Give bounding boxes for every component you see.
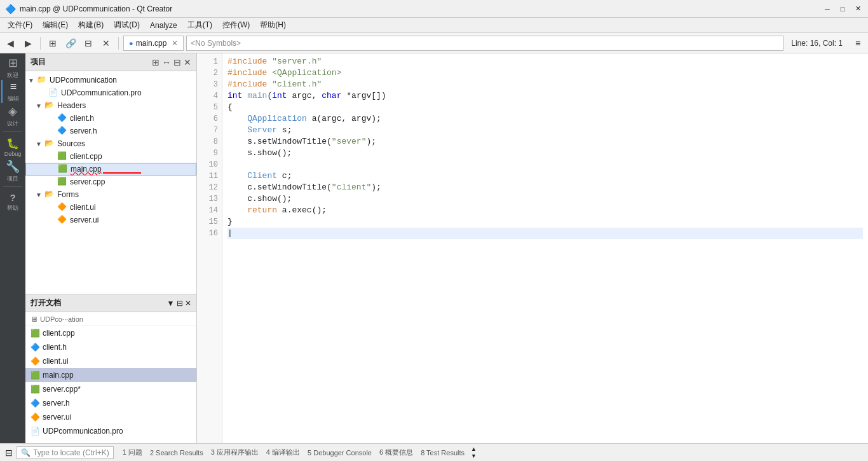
- locate-input-area[interactable]: 🔍 Type to locate (Ctrl+K): [17, 446, 114, 459]
- open-docs-close[interactable]: ✕: [185, 299, 191, 308]
- forms-folder-icon: 📂: [44, 189, 55, 200]
- main-layout: ⊞ 欢迎 ≡ 编辑 ◈ 设计 🐛 Debug 🔧 项目 ? 帮助 项目: [0, 53, 868, 443]
- line-col-info: Line: 16, Col: 1: [786, 39, 848, 48]
- sidebar-project[interactable]: 🔧 项目: [1, 160, 24, 182]
- header-file-icon: 🔷: [57, 113, 67, 123]
- tree-folder-forms[interactable]: ▼ 📂 Forms: [25, 188, 196, 201]
- sidebar-welcome[interactable]: ⊞ 欢迎: [1, 56, 24, 79]
- tab-close-icon[interactable]: ✕: [172, 39, 178, 48]
- maximize-button[interactable]: □: [837, 4, 848, 14]
- doc-icon-server-cpp: 🟩: [31, 385, 40, 394]
- minimize-button[interactable]: ─: [822, 4, 832, 14]
- doc-label-server-ui: server.ui: [43, 413, 71, 422]
- tree-file-server-ui[interactable]: 🔶 server.ui: [25, 214, 196, 226]
- open-docs-collapse[interactable]: ▼: [166, 299, 174, 308]
- status-tests[interactable]: 8 Test Results: [417, 448, 468, 458]
- tree-folder-sources[interactable]: ▼ 📂 Sources: [25, 137, 196, 150]
- split-project-button[interactable]: ⊟: [173, 57, 181, 67]
- sidebar-design[interactable]: ◈ 设计: [1, 104, 24, 127]
- menu-analyze[interactable]: Analyze: [145, 20, 182, 31]
- tree-file-client-cpp[interactable]: 🟩 client.cpp: [25, 150, 196, 163]
- status-issues[interactable]: 1 问题: [119, 446, 146, 458]
- tree-file-server-h[interactable]: 🔷 server.h: [25, 125, 196, 137]
- doc-client-cpp[interactable]: 🟩 client.cpp: [25, 326, 196, 340]
- sidebar-icons: ⊞ 欢迎 ≡ 编辑 ◈ 设计 🐛 Debug 🔧 项目 ? 帮助: [0, 53, 25, 443]
- menu-file[interactable]: 文件(F): [3, 18, 37, 32]
- status-overview[interactable]: 6 概要信息: [376, 446, 417, 458]
- doc-client-ui[interactable]: 🔶 client.ui: [25, 354, 196, 368]
- tree-file-client-ui[interactable]: 🔶 client.ui: [25, 201, 196, 214]
- back-button[interactable]: ◀: [3, 36, 18, 51]
- tree-arrow-forms: ▼: [36, 191, 44, 198]
- app-icon: 🔷 main.cpp @ UDPcommunication - Qt Creat…: [5, 4, 172, 14]
- menu-build[interactable]: 构建(B): [73, 18, 109, 32]
- project-icon: 🔧: [6, 160, 20, 174]
- open-docs-panel: 打开文档 ▼ ⊟ ✕ 🖥 UDPco···ation 🟩 client.cpp: [25, 294, 196, 443]
- split-button[interactable]: ⊟: [81, 36, 96, 51]
- sidebar-separator: [3, 131, 22, 132]
- status-search[interactable]: 2 Search Results: [146, 448, 207, 458]
- close-panel-button[interactable]: ✕: [184, 57, 191, 67]
- doc-server-cpp[interactable]: 🟩 server.cpp*: [25, 382, 196, 396]
- doc-udp-pro[interactable]: 📄 UDPcommunication.pro: [25, 424, 196, 438]
- menu-controls[interactable]: 控件(W): [217, 18, 255, 32]
- tree-file-main-cpp[interactable]: 🟩 main.cpp: [25, 163, 196, 175]
- debug-icon: 🐛: [6, 137, 19, 149]
- project-panel-buttons: ⊞ ↔ ⊟ ✕: [152, 57, 191, 67]
- line-numbers: 12345 678910 1112131415 16: [197, 53, 222, 443]
- symbols-dropdown[interactable]: <No Symbols>: [186, 36, 783, 51]
- welcome-icon: ⊞: [8, 56, 18, 70]
- status-appoutput[interactable]: 3 应用程序输出: [207, 446, 262, 458]
- doc-label-client-ui: client.ui: [43, 357, 69, 366]
- design-label: 设计: [7, 120, 18, 128]
- tab-label: main.cpp: [136, 39, 167, 48]
- file-tab-main-cpp[interactable]: ● main.cpp ✕: [123, 36, 184, 51]
- titlebar: 🔷 main.cpp @ UDPcommunication - Qt Creat…: [0, 0, 868, 18]
- menu-debug[interactable]: 调试(D): [109, 18, 145, 32]
- tree-label-client-h: client.h: [70, 114, 94, 123]
- ui-file-icon-client: 🔶: [57, 202, 67, 212]
- project-label: 项目: [7, 175, 18, 183]
- arrow-down-icon[interactable]: ▼: [471, 453, 477, 459]
- menu-help[interactable]: 帮助(H): [255, 18, 291, 32]
- open-docs-split[interactable]: ⊟: [177, 299, 183, 308]
- tree-label-server-ui: server.ui: [70, 216, 98, 224]
- doc-main-cpp[interactable]: 🟩 main.cpp: [25, 368, 196, 382]
- close-button[interactable]: ✕: [853, 4, 863, 14]
- link-button[interactable]: 🔗: [63, 36, 78, 51]
- status-debugger[interactable]: 5 Debugger Console: [304, 448, 376, 458]
- sidebar-edit[interactable]: ≡ 编辑: [1, 80, 24, 103]
- doc-server-h[interactable]: 🔷 server.h: [25, 396, 196, 410]
- status-compile[interactable]: 4 编译输出: [262, 446, 304, 458]
- qt-icon: 🔷: [5, 4, 16, 14]
- project-panel: 项目 ⊞ ↔ ⊟ ✕ ▼ 📁 UDPcommunication 📄 UDPcom…: [25, 53, 197, 443]
- code-content[interactable]: #include "server.h" #include <QApplicati…: [222, 53, 868, 443]
- options-button[interactable]: ≡: [850, 36, 865, 51]
- edit-icon: ≡: [10, 80, 17, 93]
- filter-project-button[interactable]: ⊞: [152, 57, 159, 67]
- code-editor[interactable]: 12345 678910 1112131415 16 #include "ser…: [197, 53, 868, 443]
- doc-project-name: UDPco···ation: [40, 315, 83, 323]
- open-docs-buttons: ▼ ⊟ ✕: [166, 299, 191, 308]
- close-editor-button[interactable]: ✕: [98, 36, 114, 51]
- doc-icon-client-ui: 🔶: [31, 357, 40, 366]
- sidebar-help[interactable]: ? 帮助: [1, 191, 24, 214]
- arrow-up-icon[interactable]: ▲: [471, 446, 477, 452]
- tree-file-client-h[interactable]: 🔷 client.h: [25, 112, 196, 125]
- tree-arrow-headers: ▼: [36, 102, 44, 109]
- tree-folder-headers[interactable]: ▼ 📂 Headers: [25, 99, 196, 112]
- tree-file-pro[interactable]: 📄 UDPcommunication.pro: [25, 86, 196, 99]
- tree-root-udp[interactable]: ▼ 📁 UDPcommunication: [25, 74, 196, 86]
- sidebar-debug[interactable]: 🐛 Debug: [1, 135, 24, 158]
- tree-label-pro: UDPcommunication.pro: [61, 88, 142, 97]
- forward-button[interactable]: ▶: [20, 36, 36, 51]
- menu-tools[interactable]: 工具(T): [182, 18, 217, 32]
- doc-server-ui[interactable]: 🔶 server.ui: [25, 410, 196, 424]
- doc-client-h[interactable]: 🔷 client.h: [25, 340, 196, 354]
- tree-label-server-h: server.h: [70, 127, 97, 135]
- filter-button[interactable]: ⊞: [45, 36, 60, 51]
- menu-edit[interactable]: 编辑(E): [37, 18, 73, 32]
- welcome-label: 欢迎: [7, 71, 18, 79]
- sync-button[interactable]: ↔: [162, 57, 171, 67]
- tree-file-server-cpp[interactable]: 🟩 server.cpp: [25, 175, 196, 188]
